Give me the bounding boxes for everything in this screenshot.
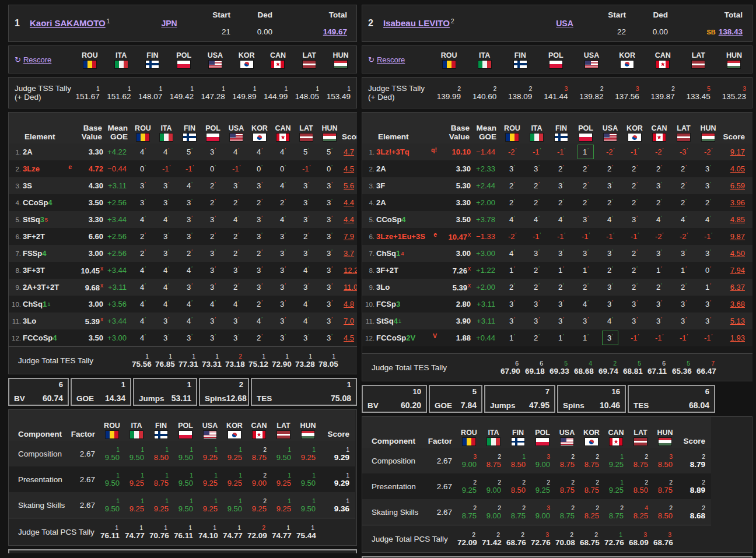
judge-rank-tick: ′	[563, 215, 564, 220]
tally-value: 72.90	[272, 360, 289, 369]
element-score-link[interactable]: 4.5	[344, 334, 354, 342]
judge-goe-cell: 3′	[155, 245, 178, 262]
element-score-link[interactable]: 4.85	[730, 215, 745, 224]
element-score-link[interactable]: 3.96	[730, 198, 745, 207]
judge-goe-cell: -2′	[696, 143, 720, 160]
element-score-link[interactable]: 3.7	[344, 249, 354, 258]
judge-goe-cell: 3′	[201, 279, 225, 296]
mean-goe-value: −1.33	[476, 232, 495, 241]
judge-goe-cell: 4′	[201, 296, 225, 313]
element-score-link[interactable]: 4.4	[344, 215, 354, 224]
element-score-link[interactable]: 7.0	[344, 317, 354, 325]
flag-wrap	[610, 61, 645, 68]
bonus-x-mark: x	[468, 265, 471, 272]
flag-wrap	[155, 134, 177, 141]
element-score-link[interactable]: 4.8	[344, 300, 354, 308]
element-score-link[interactable]: 6.59	[730, 181, 745, 190]
judge-rank-tick: ′	[261, 265, 262, 271]
tally-cell: 1149.42	[168, 78, 200, 108]
element-name-flex: 11.StSq41	[363, 317, 439, 325]
tally-cell: 170.76	[149, 518, 173, 546]
judge-goe-value: 3	[187, 233, 191, 241]
summary-label: Jumps	[490, 401, 516, 410]
kor-flag-icon	[228, 431, 241, 438]
nation-link[interactable]: JPN	[146, 19, 192, 28]
element-score-link[interactable]: 4.05	[730, 164, 745, 173]
skater-name-link[interactable]: Isabeau LEVITO	[383, 19, 450, 29]
total-score-link[interactable]: 138.43	[719, 27, 743, 36]
mean-goe-header: MeanGOE	[473, 113, 500, 143]
element-score-link[interactable]: 5.6	[344, 181, 354, 190]
tally-value: 140.60	[467, 92, 496, 101]
spacer-row	[362, 346, 752, 354]
summary-box-tes: 1TES75.08	[251, 378, 357, 406]
fin-flag-icon	[514, 61, 527, 68]
judge-goe-value: 3	[163, 182, 167, 191]
tally-cell: 268.76	[506, 525, 530, 553]
judge-rank-tick: ′	[636, 265, 638, 271]
summary-rank: 2	[205, 381, 243, 388]
judge-goe-cell: 2′	[225, 245, 248, 262]
rescore-cell: ↻Rescore	[362, 46, 431, 73]
element-score-cell: 4.50	[720, 245, 752, 262]
pcs-tally-label-cell: Judge Total PCS Tally	[362, 525, 457, 553]
judge-rank-tick: ′	[538, 299, 540, 305]
judge-goe-cell: 2′	[225, 228, 248, 245]
judge-rank-tick: ′	[261, 282, 262, 288]
element-score-link[interactable]: 7.94	[730, 266, 745, 275]
element-score-link[interactable]: 4.5	[344, 164, 354, 173]
judge-rank-tick: ′	[711, 333, 712, 339]
element-score-cell: 3.7	[341, 245, 357, 262]
element-score-link[interactable]: 5.13	[730, 317, 745, 325]
element-score-link[interactable]: 4.4	[344, 198, 354, 207]
judge-code: LAT	[272, 422, 295, 430]
tally-cell: 173.28	[295, 347, 318, 374]
element-score-link[interactable]: 6.37	[730, 283, 745, 292]
rescore-label: Rescore	[23, 55, 51, 64]
judge-goe-cell: 4′	[225, 296, 248, 313]
judge-goe-value: 4	[233, 148, 237, 157]
skater-name-link[interactable]: Kaori SAKAMOTO	[30, 19, 106, 29]
judge-rank-tick: ′	[587, 198, 589, 203]
summary-label-value: Jumps53.11	[139, 394, 191, 403]
judge-goe-value: 3	[681, 300, 685, 309]
element-score-link[interactable]: 4.50	[730, 249, 745, 258]
judge-goe-value: -1	[655, 334, 662, 343]
element-score-link[interactable]: 7.9	[344, 232, 354, 241]
tss-table: Judge TSS Tally(+ Ded)1151.671151.621148…	[9, 78, 356, 108]
element-score-link[interactable]: 4.7	[344, 148, 354, 156]
rescore-button[interactable]: ↻Rescore	[368, 55, 405, 64]
total-score-link[interactable]: 149.67	[323, 27, 347, 36]
judge-goe-value: 3	[257, 216, 261, 224]
judge-rank-tick: ′	[661, 164, 662, 170]
judge-code: KOR	[223, 422, 246, 430]
element-name: 3Lo	[23, 317, 36, 325]
judge-rank-tick: ′	[215, 181, 216, 187]
judge-goe-value: 2	[632, 182, 636, 191]
component-judge-value: 8.75	[555, 460, 575, 469]
value-label: Value	[440, 132, 470, 141]
judge-goe-value: 4	[303, 266, 307, 275]
judge-rank-tick: ′	[563, 333, 564, 339]
element-score-link[interactable]: 12.2	[344, 266, 357, 275]
element-score-link[interactable]: 9.17	[730, 148, 745, 156]
judge-rank-tick: ′	[662, 147, 663, 153]
judge-rank-tick: ′	[514, 215, 515, 220]
judge-goe-cell: 4′	[524, 211, 549, 228]
judge-goe-value: 3	[140, 182, 144, 191]
judge-goe-cell: -1′	[598, 228, 622, 245]
nation-link[interactable]: USA	[542, 19, 587, 28]
element-score-link[interactable]: 3.68	[730, 300, 745, 308]
summary-row: 6BV60.741GOE14.341Jumps53.112Spins12.681…	[8, 378, 357, 406]
judge-goe-cell: 3′	[318, 313, 341, 329]
element-score-link[interactable]: 9.87	[730, 232, 745, 241]
rescore-button[interactable]: ↻Rescore	[15, 55, 51, 64]
element-score-link[interactable]: 1.93	[730, 334, 745, 342]
component-judge-cell: 29.00	[481, 473, 506, 499]
element-score-link[interactable]: 11.0	[344, 283, 357, 292]
judge-goe-value: -1	[704, 334, 711, 343]
base-value-cell: 10.47x	[439, 228, 473, 245]
component-judge-value: 8.25	[580, 511, 599, 520]
element-name-flex: 12.FCCoSp4	[9, 334, 74, 342]
judge-header: HUN	[318, 113, 341, 143]
